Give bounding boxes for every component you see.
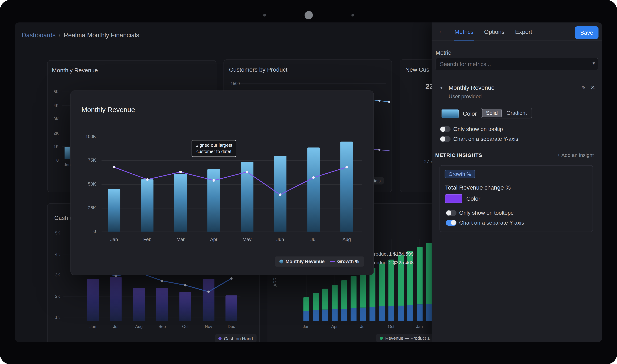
panel-header: ← MetricsOptionsExport Save	[432, 22, 602, 40]
y-axis-tick-label: 50K	[77, 182, 96, 186]
annotation-callout: Signed our largest customer to date!	[191, 140, 236, 157]
revenue-product2-bar	[341, 309, 347, 321]
breadcrumb-separator: /	[59, 32, 61, 39]
camera-dot-left	[263, 14, 266, 16]
x-axis-tick-label: Apr	[327, 324, 342, 329]
annotation-text-line1: Signed our largest	[194, 142, 234, 148]
revenue-product2-bar	[426, 304, 432, 321]
app-window: Dashboards / Realma Monthly Financials M…	[15, 22, 602, 342]
metric-color-swatch[interactable]	[442, 109, 459, 118]
toggle-knob	[446, 210, 451, 215]
insight-color-swatch[interactable]	[445, 194, 462, 203]
toggle-only-show-on-tooltip[interactable]	[440, 126, 450, 132]
stat-secondary: 27.7	[424, 159, 433, 164]
legend-label: Monthly Revenue	[286, 259, 325, 264]
toggle-knob	[440, 127, 445, 132]
revenue-product1-bar	[322, 289, 328, 310]
insight-card: Growth % Total Revenue change % Color On…	[440, 165, 593, 232]
legend-dot	[380, 337, 383, 339]
revenue-product1-bar	[341, 280, 347, 309]
back-arrow-icon[interactable]: ←	[438, 27, 445, 35]
x-axis-tick-label: Jan	[104, 237, 124, 242]
y-axis-tick-label: 5K	[48, 89, 59, 94]
revenue-product1-bar	[388, 260, 394, 306]
x-axis-tick-label: May	[237, 237, 257, 242]
tab-metrics[interactable]: Metrics	[455, 22, 473, 40]
toggle-label: Chart on a separate Y-axis	[459, 220, 524, 226]
y-axis-tick-label: 75K	[77, 158, 96, 162]
color-label: Color	[466, 195, 480, 202]
tab-export[interactable]: Export	[515, 22, 532, 40]
revenue-product2-bar	[350, 308, 356, 321]
y-axis-tick-label: 1K	[48, 144, 59, 149]
revenue-product2-bar	[322, 310, 328, 321]
metric-name: Monthly Revenue	[449, 84, 495, 91]
product2-value-label: Product 2 $325,468	[371, 260, 414, 265]
revenue-product1-bar	[313, 293, 319, 311]
y-axis-tick-label: 4K	[48, 103, 59, 108]
save-button[interactable]: Save	[575, 26, 598, 39]
x-axis-tick-label: Jan	[412, 324, 427, 329]
revenue-product1-bar	[407, 251, 413, 305]
toggle-label: Only show on tooltope	[459, 210, 514, 216]
chart-legend: Monthly Revenue Growth %	[274, 257, 364, 267]
toggle-only-show-on-tooltip[interactable]	[446, 210, 456, 216]
toggle-knob	[440, 136, 445, 142]
metrics-panel: ← MetricsOptionsExport Save Metric ▾ ▾ M…	[432, 22, 602, 342]
breadcrumb-dashboards-link[interactable]: Dashboards	[22, 32, 56, 39]
legend-cash-on-hand[interactable]: Cash on Hand	[215, 334, 256, 342]
device-frame: Dashboards / Realma Monthly Financials M…	[0, 0, 617, 364]
add-insight-link[interactable]: + Add an insight	[557, 152, 594, 158]
revenue-product2-bar	[407, 305, 413, 321]
y-axis-tick-label: 0	[77, 229, 96, 234]
growth-badge[interactable]: Growth %	[445, 170, 475, 178]
breadcrumb: Dashboards / Realma Monthly Financials	[22, 32, 139, 39]
toggle-separate-y-axis[interactable]	[440, 136, 450, 142]
x-axis-tick-label: Feb	[137, 237, 157, 242]
x-axis-tick-label: Jun	[270, 237, 290, 242]
edit-icon[interactable]: ✎	[581, 85, 586, 91]
legend-dot-revenue	[279, 260, 283, 264]
legend-revenue-product1[interactable]: Revenue — Product 1	[376, 334, 433, 342]
revenue-product1-bar	[416, 247, 422, 304]
revenue-product1-bar	[350, 276, 356, 308]
y-axis-tick-label: 25K	[77, 205, 96, 210]
toggle-label: Chart on a separate Y-axis	[453, 136, 518, 142]
legend-item-monthly-revenue[interactable]: Monthly Revenue	[279, 259, 325, 264]
legend-item-growth[interactable]: Growth %	[330, 259, 359, 264]
search-metrics-input[interactable]	[436, 58, 598, 70]
toggle-separate-y-axis[interactable]	[446, 220, 456, 226]
axis-line	[301, 322, 431, 322]
chevron-down-icon: ▾	[592, 61, 595, 66]
revenue-product2-bar	[379, 306, 385, 321]
legend-dot	[218, 337, 222, 340]
annotation-text-line2: customer to date!	[194, 148, 234, 155]
monthly-revenue-modal: Monthly Revenue Signed our largest custo…	[70, 91, 374, 275]
revenue-product1-bar	[426, 243, 432, 304]
revenue-product2-bar	[332, 309, 337, 321]
revenue-bar	[65, 147, 69, 159]
metric-source: User provided	[449, 94, 482, 100]
y-axis-tick-label: 0	[48, 158, 59, 162]
x-axis-tick-label: Jan	[298, 324, 314, 329]
revenue-product2-bar	[398, 306, 403, 321]
tab-options[interactable]: Options	[484, 22, 504, 40]
collapse-caret-icon[interactable]: ▾	[440, 85, 443, 90]
gradient-option[interactable]: Gradient	[502, 109, 531, 117]
revenue-product2-bar	[303, 311, 309, 321]
grid-line	[102, 232, 362, 232]
fill-style-segmented-control: Solid Gradient	[481, 108, 532, 118]
x-axis-tick-label: Jul	[304, 237, 323, 242]
remove-metric-icon[interactable]: ✕	[591, 84, 595, 90]
x-axis-tick-label: Aug	[337, 237, 356, 242]
panel-tabs: MetricsOptionsExport	[455, 22, 532, 40]
revenue-product2-bar	[416, 304, 422, 321]
camera-dot-center	[304, 11, 313, 19]
x-axis-tick-label: Oct	[383, 324, 399, 329]
solid-option[interactable]: Solid	[482, 109, 502, 117]
legend-label: Revenue — Product 1	[385, 336, 430, 340]
revenue-product1-bar	[360, 272, 366, 308]
annotation-line	[214, 155, 214, 169]
y-axis-tick-label: 2K	[48, 130, 59, 135]
camera-dot-right	[351, 14, 354, 16]
